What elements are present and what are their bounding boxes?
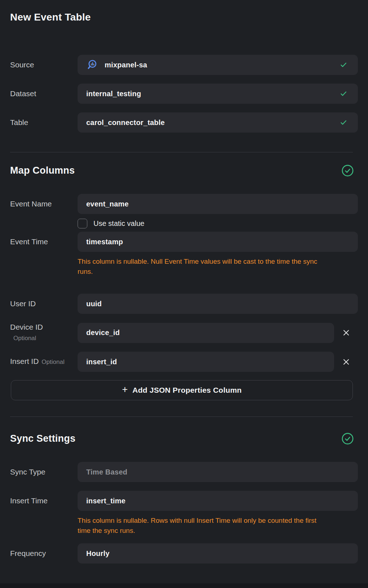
use-static-value-row: Use static value: [78, 218, 358, 228]
device-id-row: Device ID Optional device_id: [10, 322, 358, 343]
source-section: Source mixpanel-sa Dataset: [10, 55, 358, 133]
table-label: Table: [10, 118, 78, 127]
table-input[interactable]: carol_connector_table: [78, 112, 358, 133]
use-static-value-checkbox[interactable]: [78, 219, 87, 228]
event-time-nullable-warning: This column is nullable. Null Event Time…: [78, 257, 331, 277]
sync-type-input: Time Based: [78, 462, 358, 482]
insert-id-row: Insert IDOptional insert_id: [10, 352, 358, 372]
user-id-row: User ID uuid: [10, 294, 358, 314]
use-static-value-label: Use static value: [93, 219, 144, 228]
insert-id-value: insert_id: [86, 358, 117, 366]
map-columns-heading: Map Columns: [10, 165, 75, 176]
sync-settings-section: Sync Type Time Based Insert Time insert_…: [10, 462, 358, 564]
event-time-row: Event Time timestamp: [10, 232, 358, 252]
frequency-row: Frequency Hourly: [10, 543, 358, 564]
sync-settings-complete-check-circle-icon: [342, 433, 354, 445]
insert-time-nullable-warning: This column is nullable. Rows with null …: [78, 516, 331, 536]
dataset-value: internal_testing: [86, 90, 141, 98]
insert-id-remove-button[interactable]: [334, 352, 358, 372]
section-divider: [10, 416, 353, 417]
event-time-value: timestamp: [86, 238, 123, 246]
table-value: carol_connector_table: [86, 119, 165, 127]
add-json-properties-column-button[interactable]: + Add JSON Properties Column: [11, 380, 353, 400]
device-id-input[interactable]: device_id: [78, 323, 334, 343]
dataset-input[interactable]: internal_testing: [78, 84, 358, 104]
event-time-input[interactable]: timestamp: [78, 232, 358, 252]
add-json-properties-column-label: Add JSON Properties Column: [132, 386, 242, 395]
event-name-input[interactable]: event_name: [78, 194, 358, 214]
insert-time-label: Insert Time: [10, 496, 78, 505]
insert-id-optional-label: Optional: [41, 358, 64, 365]
insert-id-label: Insert IDOptional: [10, 357, 78, 367]
map-columns-complete-check-circle-icon: [342, 165, 354, 177]
dataset-row: Dataset internal_testing: [10, 84, 358, 104]
event-name-row: Event Name event_name: [10, 194, 358, 214]
sync-settings-heading: Sync Settings: [10, 433, 75, 444]
source-row: Source mixpanel-sa: [10, 55, 358, 75]
insert-time-value: insert_time: [86, 497, 126, 505]
insert-time-input[interactable]: insert_time: [78, 491, 358, 511]
page-title: New Event Table: [10, 0, 358, 23]
frequency-input[interactable]: Hourly: [78, 543, 358, 564]
device-id-value: device_id: [86, 329, 120, 337]
sync-type-label: Sync Type: [10, 467, 78, 477]
source-label: Source: [10, 60, 78, 70]
table-row: Table carol_connector_table: [10, 112, 358, 133]
insert-id-input[interactable]: insert_id: [78, 352, 334, 372]
new-event-table-form: New Event Table Source mixpanel-sa: [0, 0, 368, 564]
dataset-label: Dataset: [10, 89, 78, 98]
user-id-value: uuid: [86, 300, 102, 308]
device-id-remove-button[interactable]: [334, 323, 358, 343]
event-name-value: event_name: [86, 200, 129, 208]
map-columns-section: Event Name event_name Use static value E…: [10, 194, 358, 400]
dataset-valid-check-icon: [339, 89, 348, 98]
section-divider: [10, 152, 353, 152]
frequency-label: Frequency: [10, 549, 78, 558]
sync-type-value: Time Based: [86, 468, 127, 476]
user-id-input[interactable]: uuid: [78, 294, 358, 314]
user-id-label: User ID: [10, 299, 78, 308]
source-input[interactable]: mixpanel-sa: [78, 55, 358, 75]
insert-time-row: Insert Time insert_time: [10, 491, 358, 511]
map-columns-header: Map Columns: [10, 164, 358, 177]
sync-settings-header: Sync Settings: [10, 432, 358, 445]
x-icon: [342, 358, 350, 366]
source-valid-check-icon: [339, 61, 348, 69]
plus-icon: +: [122, 385, 128, 395]
frequency-value: Hourly: [86, 549, 110, 558]
source-value: mixpanel-sa: [105, 61, 147, 69]
event-time-label: Event Time: [10, 237, 78, 246]
sync-type-row: Sync Type Time Based: [10, 462, 358, 482]
device-id-label: Device ID Optional: [10, 322, 78, 343]
panel-bottom-edge: [0, 583, 368, 588]
source-lens-icon: [86, 59, 98, 71]
device-id-optional-label: Optional: [10, 334, 78, 343]
table-valid-check-icon: [339, 118, 348, 127]
event-name-label: Event Name: [10, 199, 78, 209]
x-icon: [342, 329, 350, 337]
